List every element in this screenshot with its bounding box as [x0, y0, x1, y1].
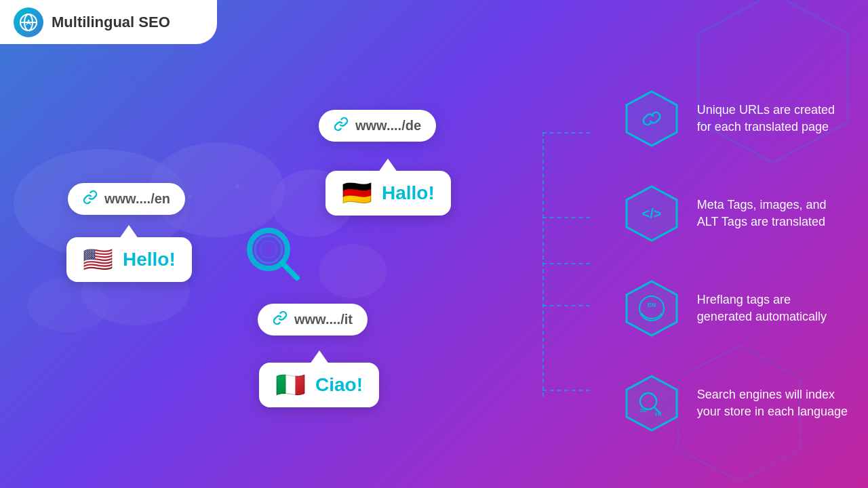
url-bubble-en: www..../en	[68, 183, 185, 215]
url-text-en: www..../en	[104, 191, 170, 207]
feature-line1-meta-tags: Meta Tags, images, and	[697, 197, 827, 214]
flag-de: 🇩🇪	[342, 179, 372, 207]
dashed-line-feat3	[542, 305, 590, 306]
svg-point-22	[260, 241, 277, 258]
greeting-text-hallo: Hallo!	[382, 182, 435, 204]
svg-text:DE: DE	[640, 408, 647, 413]
url-bubble-it: www..../it	[258, 304, 368, 336]
svg-marker-30	[627, 376, 677, 430]
url-text-de: www..../de	[355, 118, 421, 134]
svg-point-9	[27, 278, 108, 332]
header: A Multilingual SEO	[0, 0, 217, 44]
feature-line2-unique-urls: for each translated page	[697, 119, 835, 136]
greeting-text-ciao: Ciao!	[315, 374, 363, 396]
svg-text:FR: FR	[655, 412, 661, 417]
link-icon-it	[273, 310, 288, 329]
svg-line-23	[282, 263, 297, 278]
svg-point-7	[319, 244, 387, 298]
svg-text:</>: </>	[642, 206, 661, 221]
greeting-hallo: 🇩🇪 Hallo!	[326, 171, 451, 216]
feature-text-unique-urls: Unique URLs are created for each transla…	[697, 102, 835, 136]
feature-unique-urls: Unique URLs are created for each transla…	[621, 88, 848, 149]
features-panel: Unique URLs are created for each transla…	[621, 88, 848, 434]
dashed-line-vertical	[542, 132, 544, 396]
dashed-line-feat4	[542, 390, 590, 391]
flag-us: 🇺🇸	[83, 245, 113, 274]
svg-marker-3	[49, 60, 141, 157]
feature-line1-hreflang: Hreflang tags are	[697, 291, 827, 308]
dashed-line-main	[542, 263, 590, 264]
flag-it: 🇮🇹	[275, 371, 306, 399]
feature-hex-search-index: DE FR	[621, 373, 682, 434]
url-bubble-de: www..../de	[319, 110, 436, 142]
svg-marker-27	[627, 281, 677, 336]
feature-hex-hreflang: EN	[621, 278, 682, 339]
deco-hex-topleft	[41, 54, 149, 163]
header-title: Multilingual SEO	[52, 14, 170, 31]
feature-hex-meta-tags: </>	[621, 183, 682, 244]
feature-line2-meta-tags: ALT Tags are translated	[697, 214, 827, 230]
svg-point-11	[188, 195, 192, 199]
greeting-text-hello: Hello!	[123, 249, 176, 270]
feature-line2-search-index: your store in each language	[697, 403, 848, 420]
feature-text-hreflang: Hreflang tags are generated automaticall…	[697, 291, 827, 325]
feature-text-meta-tags: Meta Tags, images, and ALT Tags are tran…	[697, 197, 827, 230]
dashed-line-feat2	[542, 217, 590, 218]
svg-text:A: A	[26, 19, 31, 26]
link-icon-en	[83, 190, 98, 208]
url-text-it: www..../it	[294, 312, 353, 327]
greeting-hello: 🇺🇸 Hello!	[66, 237, 192, 282]
svg-line-14	[190, 186, 237, 197]
feature-hreflang: EN Hreflang tags are generated automatic…	[621, 278, 848, 339]
svg-point-21	[255, 236, 282, 263]
link-icon-de	[334, 117, 349, 135]
feature-text-search-index: Search engines will index your store in …	[697, 386, 848, 420]
feature-line1-search-index: Search engines will index	[697, 386, 848, 403]
feature-search-index: DE FR Search engines will index your sto…	[621, 373, 848, 434]
greeting-ciao: 🇮🇹 Ciao!	[259, 363, 379, 407]
feature-line2-hreflang: generated automatically	[697, 308, 827, 325]
header-icon: A	[14, 7, 43, 37]
svg-point-12	[235, 184, 239, 188]
feature-meta-tags: </> Meta Tags, images, and ALT Tags are …	[621, 183, 848, 244]
dashed-line-feat1	[542, 132, 590, 134]
svg-text:EN: EN	[648, 302, 656, 308]
svg-marker-24	[627, 92, 677, 146]
search-magnifier	[243, 224, 304, 287]
feature-line1-unique-urls: Unique URLs are created	[697, 102, 835, 119]
feature-hex-unique-urls	[621, 88, 682, 149]
